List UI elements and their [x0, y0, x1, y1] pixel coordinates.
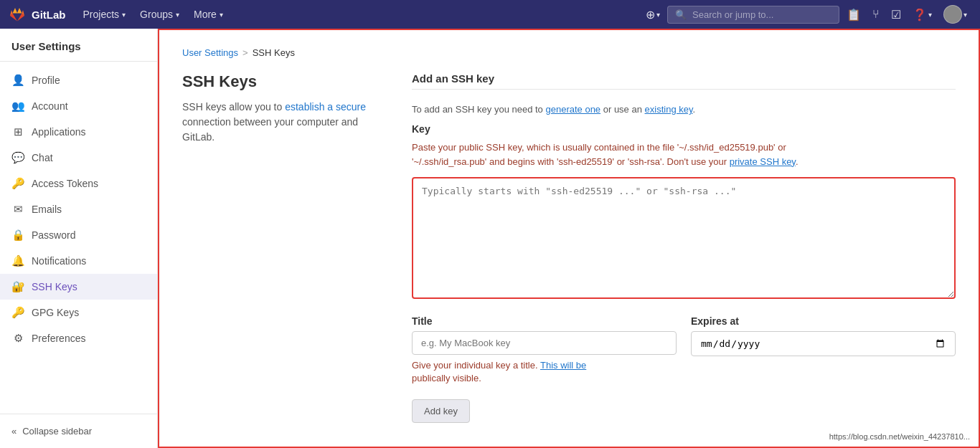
sidebar-title: User Settings: [0, 29, 157, 62]
key-label: Key: [412, 123, 956, 135]
navbar: GitLab Projects ▾ Groups ▾ More ▾ ⊕ ▾ 🔍 …: [0, 0, 980, 29]
user-menu-button[interactable]: ▾: [939, 2, 971, 27]
projects-nav-item[interactable]: Projects ▾: [77, 6, 132, 23]
todo-icon: 📋: [847, 8, 861, 22]
emails-icon: ✉: [11, 203, 24, 216]
title-hint: Give your individual key a title. This w…: [412, 359, 677, 385]
page-header: SSH Keys SSH keys allow you to establish…: [182, 72, 956, 423]
title-group: Title Give your individual key a title. …: [412, 315, 677, 385]
main-container: User Settings 👤 Profile 👥 Account ⊞ Appl…: [0, 29, 980, 448]
sidebar-item-profile[interactable]: 👤 Profile: [0, 67, 157, 93]
visibility-link[interactable]: This will be: [540, 360, 586, 371]
add-key-button[interactable]: Add key: [412, 399, 470, 423]
sidebar-nav: 👤 Profile 👥 Account ⊞ Applications 💬 Cha…: [0, 62, 157, 414]
page-description: SSH keys allow you to establish a secure…: [182, 100, 383, 145]
merge-request-button[interactable]: ⑂: [868, 5, 884, 24]
sidebar-item-applications[interactable]: ⊞ Applications: [0, 119, 157, 145]
projects-chevron-icon: ▾: [122, 11, 126, 19]
sidebar-item-password[interactable]: 🔒 Password: [0, 222, 157, 248]
groups-nav-item[interactable]: Groups ▾: [134, 6, 185, 23]
account-icon: 👥: [11, 100, 24, 113]
review-button[interactable]: ☑: [887, 5, 905, 24]
existing-key-link[interactable]: existing key: [645, 104, 693, 115]
sidebar-item-preferences[interactable]: ⚙ Preferences: [0, 325, 157, 351]
establish-link[interactable]: establish a secure: [285, 101, 366, 113]
sidebar: User Settings 👤 Profile 👥 Account ⊞ Appl…: [0, 29, 158, 448]
gpg-keys-icon: 🔑: [11, 306, 24, 319]
collapse-icon: «: [11, 426, 17, 437]
gitlab-logo-icon: [9, 6, 26, 23]
page-left: SSH Keys SSH keys allow you to establish…: [182, 72, 383, 423]
notifications-icon: 🔔: [11, 254, 24, 267]
applications-icon: ⊞: [11, 125, 24, 138]
navbar-right: ⊕ ▾ 🔍 Search or jump to... 📋 ⑂ ☑ ❓ ▾ ▾: [641, 2, 971, 27]
ssh-keys-icon: 🔐: [11, 280, 24, 293]
title-label: Title: [412, 315, 677, 327]
merge-request-icon: ⑂: [872, 8, 880, 21]
key-description: Paste your public SSH key, which is usua…: [412, 140, 956, 168]
access-tokens-icon: 🔑: [11, 177, 24, 190]
breadcrumb-current: SSH Keys: [253, 47, 295, 58]
generate-one-link[interactable]: generate one: [545, 104, 600, 115]
profile-icon: 👤: [11, 74, 24, 87]
search-icon: 🔍: [675, 9, 687, 20]
groups-chevron-icon: ▾: [176, 11, 179, 19]
new-item-button[interactable]: ⊕ ▾: [641, 5, 664, 24]
user-chevron-icon: ▾: [963, 11, 967, 19]
sidebar-item-notifications[interactable]: 🔔 Notifications: [0, 248, 157, 274]
sidebar-item-account[interactable]: 👥 Account: [0, 93, 157, 119]
sidebar-item-ssh-keys[interactable]: 🔐 SSH Keys: [0, 274, 157, 300]
url-hint: https://blog.csdn.net/weixin_44237810...: [829, 432, 970, 441]
page-title: SSH Keys: [182, 72, 383, 91]
breadcrumb-parent-link[interactable]: User Settings: [182, 47, 238, 58]
sidebar-footer: « Collapse sidebar: [0, 414, 157, 448]
expires-label: Expires at: [691, 315, 956, 327]
brand[interactable]: GitLab: [9, 6, 66, 23]
title-input[interactable]: [412, 331, 677, 355]
sidebar-item-gpg-keys[interactable]: 🔑 GPG Keys: [0, 300, 157, 325]
todo-icon-button[interactable]: 📋: [842, 5, 865, 24]
help-icon: ❓: [913, 8, 927, 22]
add-ssh-key-title: Add an SSH key: [412, 72, 956, 85]
collapse-sidebar-button[interactable]: « Collapse sidebar: [0, 420, 157, 442]
breadcrumb-separator: >: [242, 47, 248, 58]
plus-chevron-icon: ▾: [656, 11, 660, 19]
help-button[interactable]: ❓ ▾: [908, 5, 936, 24]
sidebar-item-access-tokens[interactable]: 🔑 Access Tokens: [0, 171, 157, 196]
chat-icon: 💬: [11, 151, 24, 164]
more-chevron-icon: ▾: [220, 11, 223, 19]
more-nav-item[interactable]: More ▾: [188, 6, 229, 23]
expires-group: Expires at: [691, 315, 956, 385]
sidebar-item-chat[interactable]: 💬 Chat: [0, 145, 157, 171]
search-bar[interactable]: 🔍 Search or jump to...: [667, 6, 839, 24]
expires-input[interactable]: [691, 331, 956, 356]
help-chevron-icon: ▾: [928, 11, 932, 19]
preferences-icon: ⚙: [11, 332, 24, 345]
review-icon: ☑: [891, 8, 901, 22]
sidebar-item-emails[interactable]: ✉ Emails: [0, 196, 157, 222]
key-textarea[interactable]: [412, 177, 956, 299]
content-area: User Settings > SSH Keys SSH Keys SSH ke…: [158, 29, 980, 448]
password-icon: 🔒: [11, 229, 24, 242]
breadcrumb: User Settings > SSH Keys: [182, 47, 956, 58]
avatar: [943, 5, 962, 24]
form-row: Title Give your individual key a title. …: [412, 315, 956, 385]
main-nav: Projects ▾ Groups ▾ More ▾: [77, 6, 229, 23]
plus-icon: ⊕: [646, 8, 655, 22]
section-divider: [412, 89, 956, 90]
add-ssh-subtitle: To add an SSH key you need to generate o…: [412, 104, 956, 115]
private-key-link[interactable]: private SSH key: [730, 156, 796, 167]
page-right: Add an SSH key To add an SSH key you nee…: [412, 72, 956, 423]
